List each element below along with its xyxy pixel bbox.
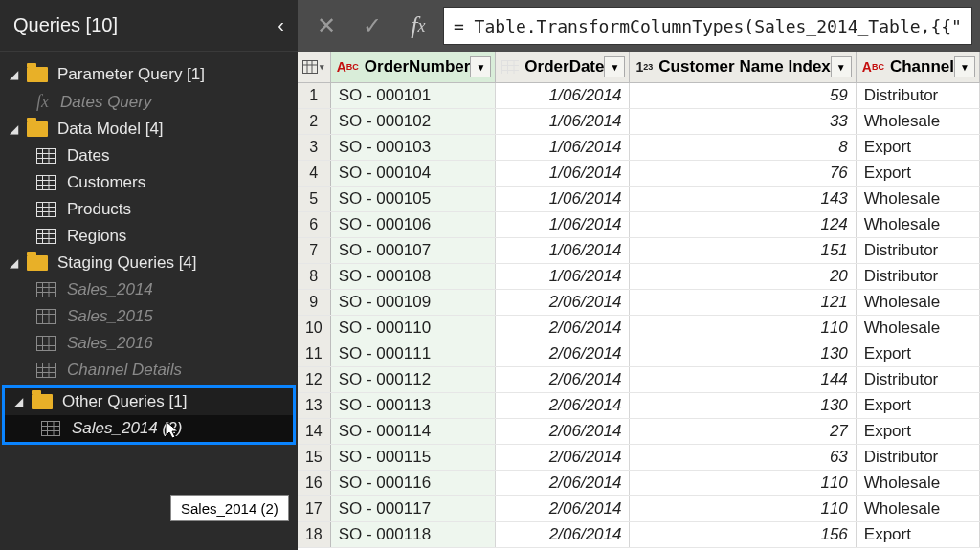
row-number[interactable]: 1: [298, 83, 330, 109]
cell-ordernumber[interactable]: SO - 000118: [330, 522, 496, 548]
table-row[interactable]: 9 SO - 000109 2/06/2014 121 Wholesale: [298, 290, 980, 316]
cell-orderdate[interactable]: 2/06/2014: [496, 496, 630, 522]
filter-dropdown-button[interactable]: ▼: [470, 56, 491, 77]
cell-ordernumber[interactable]: SO - 000117: [330, 496, 496, 522]
cell-customer-index[interactable]: 143: [630, 187, 856, 212]
table-row[interactable]: 8 SO - 000108 1/06/2014 20 Distributor: [298, 264, 980, 290]
table-row[interactable]: 11 SO - 000111 2/06/2014 130 Export: [298, 341, 980, 367]
row-number[interactable]: 5: [298, 187, 330, 212]
cell-ordernumber[interactable]: SO - 000105: [330, 187, 496, 212]
cell-customer-index[interactable]: 156: [630, 522, 856, 548]
commit-formula-button[interactable]: ✓: [351, 7, 393, 45]
row-number[interactable]: 18: [298, 522, 330, 548]
table-row[interactable]: 7 SO - 000107 1/06/2014 151 Distributor: [298, 238, 980, 264]
row-number[interactable]: 4: [298, 161, 330, 187]
column-header[interactable]: OrderDate ▼: [496, 52, 630, 83]
cell-orderdate[interactable]: 1/06/2014: [496, 187, 630, 212]
cell-ordernumber[interactable]: SO - 000110: [330, 316, 496, 341]
cell-ordernumber[interactable]: SO - 000108: [330, 264, 496, 290]
table-row[interactable]: 10 SO - 000110 2/06/2014 110 Wholesale: [298, 316, 980, 341]
cell-channel[interactable]: Distributor: [856, 83, 979, 109]
cell-ordernumber[interactable]: SO - 000114: [330, 419, 496, 445]
cell-ordernumber[interactable]: SO - 000106: [330, 212, 496, 238]
tree-item[interactable]: fx Dates Query: [0, 88, 298, 116]
tree-item[interactable]: Customers: [0, 169, 298, 196]
cell-orderdate[interactable]: 2/06/2014: [496, 522, 630, 548]
cell-channel[interactable]: Export: [856, 419, 979, 445]
collapse-sidebar-button[interactable]: ‹: [278, 14, 284, 36]
row-number[interactable]: 14: [298, 419, 330, 445]
row-number[interactable]: 10: [298, 316, 330, 341]
table-row[interactable]: 18 SO - 000118 2/06/2014 156 Export: [298, 522, 980, 548]
cell-customer-index[interactable]: 8: [630, 135, 856, 161]
cell-channel[interactable]: Export: [856, 522, 979, 548]
table-row[interactable]: 15 SO - 000115 2/06/2014 63 Distributor: [298, 445, 980, 471]
cell-channel[interactable]: Distributor: [856, 367, 979, 393]
cell-customer-index[interactable]: 27: [630, 419, 856, 445]
cell-customer-index[interactable]: 121: [630, 290, 856, 316]
table-row[interactable]: 14 SO - 000114 2/06/2014 27 Export: [298, 419, 980, 445]
fx-icon[interactable]: fx: [397, 7, 439, 45]
tree-item[interactable]: Sales_2016: [0, 330, 298, 357]
cell-customer-index[interactable]: 130: [630, 393, 856, 419]
tree-group[interactable]: ◢ Staging Queries [4]: [0, 250, 298, 276]
row-number[interactable]: 6: [298, 212, 330, 238]
cell-ordernumber[interactable]: SO - 000101: [330, 83, 496, 109]
cell-channel[interactable]: Distributor: [856, 264, 979, 290]
cell-orderdate[interactable]: 1/06/2014: [496, 109, 630, 135]
cell-customer-index[interactable]: 110: [630, 316, 856, 341]
cell-customer-index[interactable]: 130: [630, 341, 856, 367]
cell-ordernumber[interactable]: SO - 000107: [330, 238, 496, 264]
row-number[interactable]: 13: [298, 393, 330, 419]
row-number[interactable]: 9: [298, 290, 330, 316]
table-row[interactable]: 4 SO - 000104 1/06/2014 76 Export: [298, 161, 980, 187]
table-row[interactable]: 2 SO - 000102 1/06/2014 33 Wholesale: [298, 109, 980, 135]
table-row[interactable]: 5 SO - 000105 1/06/2014 143 Wholesale: [298, 187, 980, 212]
tree-item[interactable]: Channel Details: [0, 357, 298, 384]
table-row[interactable]: 12 SO - 000112 2/06/2014 144 Distributor: [298, 367, 980, 393]
cell-customer-index[interactable]: 124: [630, 212, 856, 238]
row-number[interactable]: 11: [298, 341, 330, 367]
cell-channel[interactable]: Wholesale: [856, 496, 979, 522]
table-row[interactable]: 16 SO - 000116 2/06/2014 110 Wholesale: [298, 471, 980, 496]
cell-customer-index[interactable]: 20: [630, 264, 856, 290]
cell-ordernumber[interactable]: SO - 000111: [330, 341, 496, 367]
formula-input[interactable]: [443, 7, 972, 45]
cell-channel[interactable]: Wholesale: [856, 187, 979, 212]
tree-group[interactable]: ◢ Data Model [4]: [0, 116, 298, 143]
cell-customer-index[interactable]: 76: [630, 161, 856, 187]
cell-customer-index[interactable]: 110: [630, 496, 856, 522]
filter-dropdown-button[interactable]: ▼: [831, 56, 852, 77]
filter-dropdown-button[interactable]: ▼: [954, 56, 975, 77]
cell-channel[interactable]: Export: [856, 341, 979, 367]
cell-orderdate[interactable]: 2/06/2014: [496, 367, 630, 393]
cell-orderdate[interactable]: 2/06/2014: [496, 316, 630, 341]
filter-dropdown-button[interactable]: ▼: [604, 56, 625, 77]
cell-orderdate[interactable]: 2/06/2014: [496, 290, 630, 316]
cell-orderdate[interactable]: 1/06/2014: [496, 83, 630, 109]
cell-channel[interactable]: Distributor: [856, 238, 979, 264]
table-row[interactable]: 6 SO - 000106 1/06/2014 124 Wholesale: [298, 212, 980, 238]
cell-channel[interactable]: Wholesale: [856, 316, 979, 341]
cell-channel[interactable]: Export: [856, 161, 979, 187]
cell-orderdate[interactable]: 1/06/2014: [496, 264, 630, 290]
tree-item[interactable]: Dates: [0, 143, 298, 169]
cell-customer-index[interactable]: 33: [630, 109, 856, 135]
table-row[interactable]: 1 SO - 000101 1/06/2014 59 Distributor: [298, 83, 980, 109]
cell-channel[interactable]: Distributor: [856, 445, 979, 471]
column-header[interactable]: 123 Customer Name Index ▼: [630, 52, 856, 83]
cell-channel[interactable]: Wholesale: [856, 290, 979, 316]
cell-ordernumber[interactable]: SO - 000109: [330, 290, 496, 316]
table-row[interactable]: 3 SO - 000103 1/06/2014 8 Export: [298, 135, 980, 161]
cell-customer-index[interactable]: 151: [630, 238, 856, 264]
cell-ordernumber[interactable]: SO - 000113: [330, 393, 496, 419]
cell-orderdate[interactable]: 2/06/2014: [496, 471, 630, 496]
column-header[interactable]: ABC OrderNumber ▼: [330, 52, 496, 83]
cell-customer-index[interactable]: 144: [630, 367, 856, 393]
row-number[interactable]: 8: [298, 264, 330, 290]
row-number[interactable]: 15: [298, 445, 330, 471]
cell-ordernumber[interactable]: SO - 000116: [330, 471, 496, 496]
cell-customer-index[interactable]: 59: [630, 83, 856, 109]
cell-orderdate[interactable]: 2/06/2014: [496, 445, 630, 471]
cell-ordernumber[interactable]: SO - 000104: [330, 161, 496, 187]
